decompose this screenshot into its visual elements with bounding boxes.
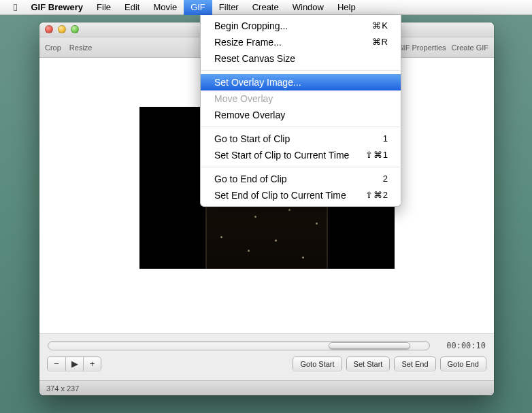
- menu-item-label: Go to Start of Clip: [214, 132, 290, 146]
- toolbar-resize[interactable]: Resize: [69, 44, 93, 52]
- zoom-icon[interactable]: [71, 25, 79, 33]
- menu-item-shortcut: ⌘K: [372, 19, 388, 33]
- timecode-label: 00:00:10: [438, 341, 486, 350]
- traffic-lights: [45, 25, 79, 33]
- bottom-bar: 00:00:10 − ▶ + Goto Start Set Start Set …: [39, 333, 494, 380]
- playback-seg: − ▶ +: [48, 357, 101, 371]
- menu-item[interactable]: Set End of Clip to Current Time⇧⌘2: [201, 187, 401, 203]
- toolbar-gif-properties[interactable]: GIF Properties: [397, 44, 446, 52]
- timeline-scrubber[interactable]: [48, 341, 430, 350]
- menu-separator: [201, 127, 400, 127]
- goto-start-button[interactable]: Goto Start: [293, 357, 341, 371]
- menu-item-label: Resize Frame...: [214, 35, 282, 49]
- minimize-icon[interactable]: [58, 25, 66, 33]
- menu-create[interactable]: Create: [246, 0, 286, 15]
- gif-menu-dropdown[interactable]: Begin Cropping...⌘KResize Frame...⌘RRese…: [200, 15, 401, 207]
- menu-item[interactable]: Reset Canvas Size: [201, 50, 401, 67]
- app-menu[interactable]: GIF Brewery: [24, 0, 90, 15]
- menu-item-label: Remove Overlay: [214, 108, 285, 122]
- menu-item[interactable]: Go to Start of Clip1: [201, 131, 401, 147]
- menu-item: Move Overlay: [201, 90, 401, 107]
- menu-item-label: Move Overlay: [214, 92, 273, 105]
- apple-menu-icon[interactable]: : [7, 0, 24, 15]
- status-bar: 374 x 237: [39, 380, 494, 395]
- menu-item-label: Go to End of Clip: [214, 172, 287, 186]
- menu-item[interactable]: Remove Overlay: [201, 107, 401, 123]
- menu-item[interactable]: Set Start of Clip to Current Time⇧⌘1: [201, 147, 401, 163]
- menu-item-label: Set Start of Clip to Current Time: [214, 148, 349, 162]
- menu-item-shortcut: ⇧⌘2: [365, 188, 388, 202]
- scrubber-thumb[interactable]: [329, 342, 410, 349]
- menu-item[interactable]: Resize Frame...⌘R: [201, 34, 401, 50]
- menu-item-label: Set End of Clip to Current Time: [214, 188, 346, 202]
- menu-file[interactable]: File: [90, 0, 118, 15]
- menu-item-shortcut: 1: [383, 132, 388, 146]
- menu-item-shortcut: ⇧⌘1: [365, 148, 388, 162]
- menu-gif[interactable]: GIF: [184, 0, 212, 15]
- set-start-button[interactable]: Set Start: [347, 357, 390, 371]
- menu-help[interactable]: Help: [331, 0, 363, 15]
- menu-item-label: Reset Canvas Size: [214, 52, 295, 65]
- menu-movie[interactable]: Movie: [146, 0, 184, 15]
- toolbar-create-gif[interactable]: Create GIF: [452, 44, 488, 52]
- menu-separator: [201, 167, 400, 167]
- menu-item-shortcut: ⌘R: [372, 35, 388, 49]
- status-dimensions: 374 x 237: [46, 384, 79, 393]
- menu-window[interactable]: Window: [286, 0, 331, 15]
- play-button[interactable]: ▶: [65, 357, 83, 371]
- close-icon[interactable]: [45, 25, 53, 33]
- menu-item-label: Begin Cropping...: [214, 19, 288, 33]
- system-menubar:  GIF Brewery File Edit Movie GIF Filter…: [0, 0, 532, 15]
- menu-item[interactable]: Begin Cropping...⌘K: [201, 18, 401, 34]
- menu-filter[interactable]: Filter: [212, 0, 246, 15]
- toolbar-crop[interactable]: Crop: [45, 44, 61, 52]
- goto-end-button[interactable]: Goto End: [441, 357, 486, 371]
- menu-item-label: Set Overlay Image...: [214, 76, 301, 89]
- menu-edit[interactable]: Edit: [118, 0, 146, 15]
- menu-item[interactable]: Go to End of Clip2: [201, 171, 401, 187]
- menu-item-shortcut: 2: [383, 172, 388, 186]
- set-end-button[interactable]: Set End: [395, 357, 435, 371]
- menu-separator: [201, 70, 400, 71]
- step-back-button[interactable]: −: [48, 357, 65, 371]
- menu-item[interactable]: Set Overlay Image...: [201, 74, 401, 90]
- step-fwd-button[interactable]: +: [83, 357, 101, 371]
